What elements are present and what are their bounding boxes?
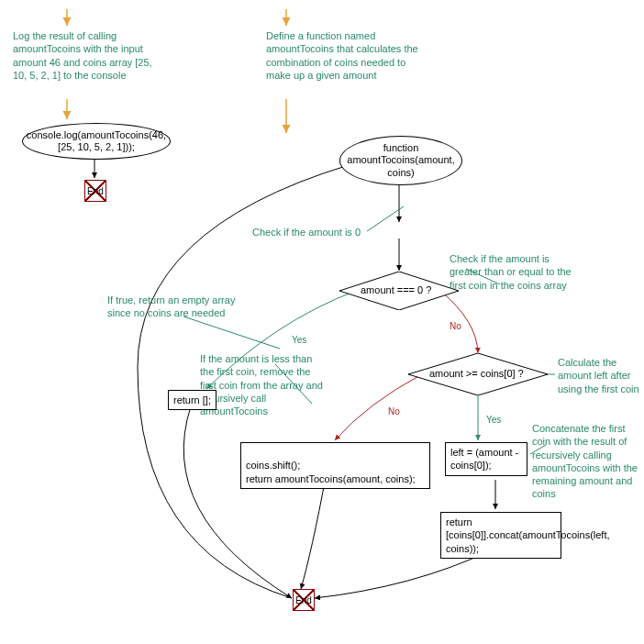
annotation-check-first-coin: Check if the amount is greater than or e…: [450, 252, 578, 292]
annotation-calc-left: Calculate the amount left after using th…: [558, 356, 640, 395]
node-end-2: End: [293, 589, 315, 611]
node-console-log: console.log(amountTocoins(46, [25, 10, 5…: [22, 123, 171, 160]
node-return-empty: return [];: [168, 390, 217, 410]
annotation-shift-coin: If the amount is less than the first coi…: [200, 352, 328, 417]
svg-line-9: [367, 206, 404, 231]
annotation-define-function: Define a function named amountTocoins th…: [266, 29, 427, 82]
node-cond-amount-zero-text: amount === 0 ?: [361, 284, 431, 295]
node-function-def-text: function amountTocoins(amount, coins): [340, 142, 461, 179]
edge-label-no-2: No: [388, 406, 400, 416]
edge-label-no-1: No: [450, 321, 461, 331]
annotation-return-empty: If true, return an empty array since no …: [107, 294, 245, 320]
node-function-def: function amountTocoins(amount, coins): [339, 136, 462, 185]
node-console-log-text: console.log(amountTocoins(46, [25, 10, 5…: [23, 129, 170, 153]
svg-line-10: [183, 316, 280, 349]
edge-label-yes-2: Yes: [486, 415, 501, 425]
annotation-concat: Concatenate the first coin with the resu…: [532, 422, 642, 501]
node-return-concat: return [coins[0]].concat(amountTocoins(l…: [440, 512, 561, 559]
edge-label-yes-1: Yes: [292, 335, 306, 345]
node-end-1: End: [84, 180, 106, 202]
node-cond-amount-ge-coin-text: amount >= coins[0] ?: [429, 368, 524, 379]
node-calc-left: left = (amount - coins[0]);: [445, 442, 527, 476]
node-shift-recurse: coins.shift(); return amountTocoins(amou…: [240, 442, 430, 489]
annotation-log-result: Log the result of calling amountTocoins …: [13, 29, 160, 82]
annotation-check-zero: Check if the amount is 0: [252, 226, 361, 239]
